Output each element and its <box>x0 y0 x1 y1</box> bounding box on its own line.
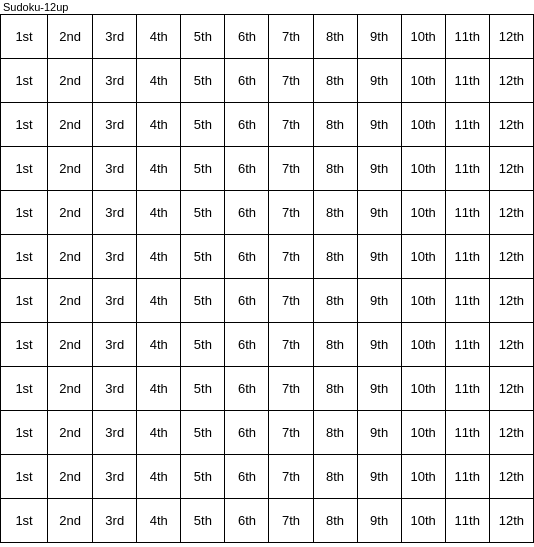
grid-cell: 6th <box>225 191 269 235</box>
grid-cell: 2nd <box>48 367 93 411</box>
grid-cell: 4th <box>137 191 181 235</box>
grid-cell: 10th <box>401 59 445 103</box>
grid-cell: 10th <box>401 367 445 411</box>
grid-cell: 7th <box>269 59 313 103</box>
grid-cell: 6th <box>225 455 269 499</box>
grid-cell: 6th <box>225 15 269 59</box>
grid-cell: 9th <box>357 367 401 411</box>
grid-cell: 12th <box>489 147 533 191</box>
grid-cell: 10th <box>401 235 445 279</box>
grid-cell: 1st <box>1 455 48 499</box>
table-row: 1st2nd3rd4th5th6th7th8th9th10th11th12th <box>1 191 534 235</box>
grid-cell: 6th <box>225 59 269 103</box>
grid-cell: 5th <box>181 235 225 279</box>
grid-cell: 11th <box>445 367 489 411</box>
grid-cell: 2nd <box>48 235 93 279</box>
grid-cell: 6th <box>225 367 269 411</box>
grid-cell: 7th <box>269 103 313 147</box>
table-row: 1st2nd3rd4th5th6th7th8th9th10th11th12th <box>1 103 534 147</box>
table-row: 1st2nd3rd4th5th6th7th8th9th10th11th12th <box>1 323 534 367</box>
grid-cell: 12th <box>489 279 533 323</box>
grid-table: 1st2nd3rd4th5th6th7th8th9th10th11th12th1… <box>0 14 534 543</box>
grid-cell: 10th <box>401 411 445 455</box>
grid-cell: 3rd <box>93 455 137 499</box>
grid-cell: 8th <box>313 323 357 367</box>
table-row: 1st2nd3rd4th5th6th7th8th9th10th11th12th <box>1 15 534 59</box>
grid-cell: 1st <box>1 499 48 543</box>
grid-cell: 2nd <box>48 147 93 191</box>
grid-cell: 12th <box>489 15 533 59</box>
grid-cell: 7th <box>269 411 313 455</box>
grid-cell: 10th <box>401 103 445 147</box>
grid-cell: 4th <box>137 411 181 455</box>
grid-cell: 11th <box>445 279 489 323</box>
grid-cell: 8th <box>313 499 357 543</box>
grid-cell: 10th <box>401 147 445 191</box>
grid-cell: 3rd <box>93 279 137 323</box>
grid-cell: 6th <box>225 279 269 323</box>
grid-cell: 3rd <box>93 367 137 411</box>
grid-cell: 8th <box>313 455 357 499</box>
grid-cell: 1st <box>1 191 48 235</box>
grid-cell: 12th <box>489 191 533 235</box>
grid-cell: 8th <box>313 279 357 323</box>
grid-cell: 1st <box>1 15 48 59</box>
grid-cell: 10th <box>401 279 445 323</box>
grid-cell: 8th <box>313 103 357 147</box>
grid-cell: 11th <box>445 191 489 235</box>
grid-cell: 12th <box>489 323 533 367</box>
grid-cell: 4th <box>137 323 181 367</box>
grid-cell: 6th <box>225 323 269 367</box>
grid-cell: 11th <box>445 411 489 455</box>
grid-cell: 11th <box>445 323 489 367</box>
grid-cell: 5th <box>181 411 225 455</box>
grid-cell: 10th <box>401 323 445 367</box>
grid-cell: 9th <box>357 411 401 455</box>
grid-cell: 7th <box>269 147 313 191</box>
table-row: 1st2nd3rd4th5th6th7th8th9th10th11th12th <box>1 499 534 543</box>
grid-cell: 7th <box>269 15 313 59</box>
grid-cell: 9th <box>357 499 401 543</box>
grid-cell: 9th <box>357 191 401 235</box>
grid-cell: 5th <box>181 147 225 191</box>
table-row: 1st2nd3rd4th5th6th7th8th9th10th11th12th <box>1 59 534 103</box>
grid-cell: 8th <box>313 191 357 235</box>
grid-cell: 11th <box>445 147 489 191</box>
grid-cell: 4th <box>137 103 181 147</box>
grid-cell: 9th <box>357 455 401 499</box>
grid-cell: 9th <box>357 323 401 367</box>
grid-cell: 5th <box>181 191 225 235</box>
grid-cell: 8th <box>313 411 357 455</box>
grid-cell: 3rd <box>93 323 137 367</box>
grid-cell: 1st <box>1 279 48 323</box>
grid-cell: 7th <box>269 455 313 499</box>
grid-cell: 2nd <box>48 103 93 147</box>
grid-cell: 12th <box>489 499 533 543</box>
grid-cell: 7th <box>269 191 313 235</box>
grid-cell: 9th <box>357 15 401 59</box>
grid-cell: 4th <box>137 455 181 499</box>
grid-cell: 12th <box>489 367 533 411</box>
grid-cell: 10th <box>401 15 445 59</box>
grid-cell: 5th <box>181 279 225 323</box>
grid-cell: 9th <box>357 147 401 191</box>
grid-cell: 11th <box>445 455 489 499</box>
grid-cell: 5th <box>181 103 225 147</box>
grid-cell: 9th <box>357 103 401 147</box>
grid-cell: 5th <box>181 15 225 59</box>
table-row: 1st2nd3rd4th5th6th7th8th9th10th11th12th <box>1 235 534 279</box>
grid-cell: 3rd <box>93 499 137 543</box>
title-bar: Sudoku-12up <box>0 0 534 14</box>
grid-container: 1st2nd3rd4th5th6th7th8th9th10th11th12th1… <box>0 14 534 543</box>
grid-cell: 5th <box>181 59 225 103</box>
grid-cell: 3rd <box>93 191 137 235</box>
grid-cell: 4th <box>137 235 181 279</box>
grid-cell: 3rd <box>93 15 137 59</box>
grid-cell: 3rd <box>93 103 137 147</box>
grid-cell: 9th <box>357 235 401 279</box>
grid-cell: 10th <box>401 455 445 499</box>
grid-cell: 10th <box>401 191 445 235</box>
grid-cell: 10th <box>401 499 445 543</box>
grid-cell: 1st <box>1 103 48 147</box>
grid-cell: 7th <box>269 235 313 279</box>
